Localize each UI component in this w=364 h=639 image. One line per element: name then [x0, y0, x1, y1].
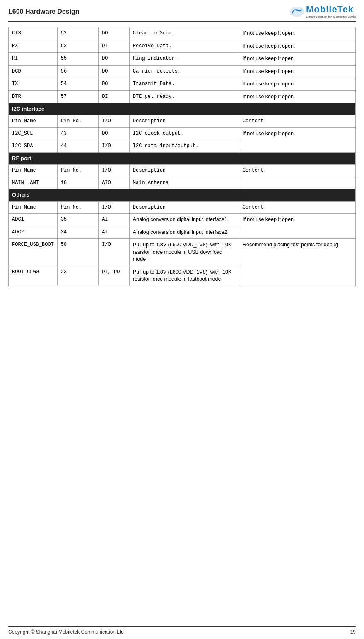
- cell-pin: 43: [57, 127, 98, 140]
- cell-content: [239, 177, 355, 189]
- cell-name: ADC2: [9, 226, 58, 239]
- col-header-pin: Pin No.: [57, 164, 98, 177]
- page-header: L600 Hardware Design MobileTek Smart sol…: [8, 4, 356, 22]
- table-row: CTS 52 DO Clear to Send. If not use keep…: [9, 27, 356, 40]
- col-header-io: I/O: [99, 164, 130, 177]
- cell-pin: 53: [57, 40, 98, 53]
- cell-name: RX: [9, 40, 58, 53]
- main-table: CTS 52 DO Clear to Send. If not use keep…: [8, 27, 356, 286]
- cell-pin: 35: [57, 214, 98, 226]
- cell-io: I/O: [99, 239, 130, 266]
- cell-name: I2C_SCL: [9, 127, 58, 140]
- cell-io: AI: [99, 226, 130, 239]
- cell-io: AIO: [99, 177, 130, 189]
- cell-name: RI: [9, 53, 58, 66]
- table-row: DCD 56 DO Carrier detects. If not use ke…: [9, 65, 356, 78]
- cell-desc: Main Antenna: [129, 177, 239, 189]
- column-headers-rf: Pin Name Pin No. I/O Description Content: [9, 164, 356, 177]
- cell-io: DI, PD: [99, 266, 130, 286]
- cell-content: If not use keep it open.: [239, 127, 355, 152]
- cell-io: AI: [99, 214, 130, 226]
- cell-pin: 56: [57, 65, 98, 78]
- section-others: Others Pin Name Pin No. I/O Description …: [9, 189, 356, 286]
- cell-name: I2C_SDA: [9, 140, 58, 152]
- cell-content: Recommend placing test points for debug.: [239, 239, 355, 286]
- section-header-label: Others: [9, 189, 356, 201]
- cell-pin: 23: [57, 266, 98, 286]
- cell-name: MAIN _ANT: [9, 177, 58, 189]
- document-title: L600 Hardware Design: [8, 8, 80, 15]
- cell-io: DO: [99, 78, 130, 91]
- cell-io: I/O: [99, 140, 130, 152]
- cell-pin: 34: [57, 226, 98, 239]
- svg-point-0: [290, 6, 304, 16]
- cell-desc: Pull up to 1.8V (L600 VDD_1V8) with 10K …: [129, 239, 239, 266]
- col-header-content: Content: [239, 164, 355, 177]
- col-header-desc: Description: [129, 201, 239, 214]
- cell-io: DI: [99, 90, 130, 103]
- col-header-desc: Description: [129, 164, 239, 177]
- page-number: 19: [350, 629, 356, 635]
- logo-icon: [289, 6, 304, 17]
- cell-name: DTR: [9, 90, 58, 103]
- cell-desc: I2C clock output.: [129, 127, 239, 140]
- cell-desc: Analog conversion digital input interfac…: [129, 214, 239, 226]
- logo-brand: MobileTek: [306, 4, 354, 15]
- svg-point-1: [296, 9, 298, 11]
- cell-content: If not use keep it open: [239, 65, 355, 78]
- cell-name: BOOT_CFG0: [9, 266, 58, 286]
- logo-tagline: Smart solution for a smarter world: [306, 15, 356, 19]
- cell-io: DO: [99, 127, 130, 140]
- table-row: TX 54 DO Transmit Data. If not use keep …: [9, 78, 356, 91]
- cell-desc: DTE get ready.: [129, 90, 239, 103]
- section-i2c: I2C interface Pin Name Pin No. I/O Descr…: [9, 103, 356, 153]
- table-row: RI 55 DO Ring Indicator. If not use keep…: [9, 53, 356, 66]
- cell-desc: Clear to Send.: [129, 27, 239, 40]
- cell-io: DI: [99, 40, 130, 53]
- cell-content: If not use keep it open.: [239, 27, 355, 40]
- cell-desc: Transmit Data.: [129, 78, 239, 91]
- table-row: FORCE_USB_BOOT 58 I/O Pull up to 1.8V (L…: [9, 239, 356, 266]
- cell-name: ADC1: [9, 214, 58, 226]
- cell-content: If not use keep it open.: [239, 90, 355, 103]
- col-header-io: I/O: [99, 201, 130, 214]
- cell-pin: 58: [57, 239, 98, 266]
- table-row: ADC1 35 AI Analog conversion digital inp…: [9, 214, 356, 226]
- col-header-name: Pin Name: [9, 201, 58, 214]
- cell-desc: Receive Data.: [129, 40, 239, 53]
- column-headers-others: Pin Name Pin No. I/O Description Content: [9, 201, 356, 214]
- col-header-name: Pin Name: [9, 164, 58, 177]
- section-header-others: Others: [9, 189, 356, 201]
- cell-pin: 18: [57, 177, 98, 189]
- col-header-io: I/O: [99, 115, 130, 128]
- col-header-name: Pin Name: [9, 115, 58, 128]
- column-headers-i2c: Pin Name Pin No. I/O Description Content: [9, 115, 356, 128]
- col-header-pin: Pin No.: [57, 201, 98, 214]
- copyright-text: Copyright © Shanghai Mobiletek Communica…: [8, 629, 124, 635]
- cell-pin: 57: [57, 90, 98, 103]
- cell-pin: 55: [57, 53, 98, 66]
- section-uart-rows: CTS 52 DO Clear to Send. If not use keep…: [9, 27, 356, 103]
- section-header-label: I2C interface: [9, 103, 356, 115]
- table-row: DTR 57 DI DTE get ready. If not use keep…: [9, 90, 356, 103]
- cell-desc: Pull up to 1.8V (L600 VDD_1V8) with 10K …: [129, 266, 239, 286]
- table-row: MAIN _ANT 18 AIO Main Antenna: [9, 177, 356, 189]
- cell-desc: Ring Indicator.: [129, 53, 239, 66]
- section-header-i2c: I2C interface: [9, 103, 356, 115]
- cell-content: If not use keep it open.: [239, 78, 355, 91]
- cell-content: If not use keep it open.: [239, 214, 355, 239]
- table-row: I2C_SCL 43 DO I2C clock output. If not u…: [9, 127, 356, 140]
- cell-io: DO: [99, 65, 130, 78]
- cell-name: DCD: [9, 65, 58, 78]
- cell-io: DO: [99, 53, 130, 66]
- cell-name: CTS: [9, 27, 58, 40]
- section-header-rf: RF port: [9, 152, 356, 164]
- col-header-desc: Description: [129, 115, 239, 128]
- logo: MobileTek Smart solution for a smarter w…: [289, 4, 356, 19]
- cell-content: If not use keep it open.: [239, 40, 355, 53]
- cell-name: FORCE_USB_BOOT: [9, 239, 58, 266]
- section-header-label: RF port: [9, 152, 356, 164]
- cell-desc: Carrier detects.: [129, 65, 239, 78]
- cell-pin: 54: [57, 78, 98, 91]
- section-rf: RF port Pin Name Pin No. I/O Description…: [9, 152, 356, 189]
